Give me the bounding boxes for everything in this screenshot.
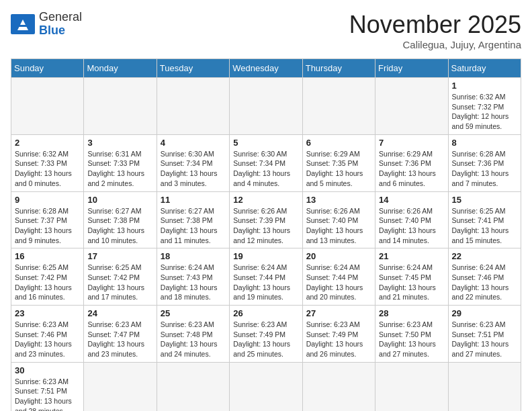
calendar-cell: 7Sunrise: 6:29 AMSunset: 7:36 PMDaylight…: [375, 134, 448, 191]
day-info: Sunrise: 6:25 AMSunset: 7:41 PMDaylight:…: [452, 206, 517, 246]
calendar-cell: [302, 362, 375, 411]
calendar-cell: 5Sunrise: 6:30 AMSunset: 7:34 PMDaylight…: [230, 134, 302, 191]
calendar-cell: 9Sunrise: 6:28 AMSunset: 7:37 PMDaylight…: [11, 191, 84, 248]
day-number: 9: [15, 195, 80, 205]
day-info: Sunrise: 6:24 AMSunset: 7:44 PMDaylight:…: [306, 263, 371, 302]
day-number: 29: [452, 308, 517, 318]
calendar-weekday-friday: Friday: [375, 59, 448, 78]
calendar-cell: 20Sunrise: 6:24 AMSunset: 7:44 PMDayligh…: [302, 248, 375, 306]
day-number: 15: [452, 195, 517, 205]
location-subtitle: Calilegua, Jujuy, Argentina: [349, 39, 521, 50]
calendar-cell: 8Sunrise: 6:28 AMSunset: 7:36 PMDaylight…: [448, 134, 521, 191]
day-number: 7: [379, 138, 444, 148]
calendar-cell: [302, 78, 375, 135]
day-info: Sunrise: 6:24 AMSunset: 7:43 PMDaylight:…: [161, 263, 226, 302]
day-info: Sunrise: 6:29 AMSunset: 7:36 PMDaylight:…: [379, 149, 444, 189]
calendar-cell: 19Sunrise: 6:24 AMSunset: 7:44 PMDayligh…: [230, 248, 302, 306]
day-number: 28: [379, 308, 444, 318]
day-number: 2: [15, 138, 80, 148]
day-number: 3: [87, 138, 152, 148]
day-info: Sunrise: 6:23 AMSunset: 7:51 PMDaylight:…: [452, 320, 517, 359]
calendar-cell: 26Sunrise: 6:23 AMSunset: 7:49 PMDayligh…: [230, 306, 302, 363]
calendar-cell: 23Sunrise: 6:23 AMSunset: 7:46 PMDayligh…: [11, 306, 84, 363]
calendar-cell: 30Sunrise: 6:23 AMSunset: 7:51 PMDayligh…: [11, 362, 84, 411]
day-number: 24: [87, 308, 152, 318]
day-info: Sunrise: 6:23 AMSunset: 7:50 PMDaylight:…: [379, 320, 444, 359]
calendar-cell: 16Sunrise: 6:25 AMSunset: 7:42 PMDayligh…: [11, 248, 84, 306]
calendar-cell: [84, 78, 157, 135]
day-info: Sunrise: 6:23 AMSunset: 7:49 PMDaylight:…: [306, 320, 371, 359]
calendar-cell: [11, 78, 84, 135]
day-info: Sunrise: 6:29 AMSunset: 7:35 PMDaylight:…: [306, 149, 371, 189]
day-number: 23: [15, 308, 80, 318]
day-number: 5: [233, 138, 298, 148]
day-info: Sunrise: 6:27 AMSunset: 7:38 PMDaylight:…: [161, 206, 226, 246]
calendar-cell: 18Sunrise: 6:24 AMSunset: 7:43 PMDayligh…: [157, 248, 229, 306]
calendar-cell: 21Sunrise: 6:24 AMSunset: 7:45 PMDayligh…: [375, 248, 448, 306]
day-number: 21: [379, 251, 444, 261]
calendar-cell: [84, 362, 157, 411]
calendar-weekday-thursday: Thursday: [302, 59, 375, 78]
day-number: 4: [161, 138, 226, 148]
day-number: 20: [306, 251, 371, 261]
day-number: 6: [306, 138, 371, 148]
calendar-cell: 10Sunrise: 6:27 AMSunset: 7:38 PMDayligh…: [84, 191, 157, 248]
day-info: Sunrise: 6:23 AMSunset: 7:47 PMDaylight:…: [87, 320, 152, 359]
day-number: 16: [15, 251, 80, 261]
logo-icon: [11, 14, 35, 34]
calendar-cell: [375, 78, 448, 135]
calendar-cell: [375, 362, 448, 411]
day-number: 25: [161, 308, 226, 318]
calendar-cell: 17Sunrise: 6:25 AMSunset: 7:42 PMDayligh…: [84, 248, 157, 306]
day-info: Sunrise: 6:25 AMSunset: 7:42 PMDaylight:…: [87, 263, 152, 302]
calendar-cell: 13Sunrise: 6:26 AMSunset: 7:40 PMDayligh…: [302, 191, 375, 248]
calendar-cell: 14Sunrise: 6:26 AMSunset: 7:40 PMDayligh…: [375, 191, 448, 248]
calendar-cell: 2Sunrise: 6:32 AMSunset: 7:33 PMDaylight…: [11, 134, 84, 191]
calendar-cell: 12Sunrise: 6:26 AMSunset: 7:39 PMDayligh…: [230, 191, 302, 248]
title-block: November 2025 Calilegua, Jujuy, Argentin…: [349, 11, 521, 50]
calendar-week-row: 16Sunrise: 6:25 AMSunset: 7:42 PMDayligh…: [11, 248, 521, 306]
day-info: Sunrise: 6:23 AMSunset: 7:48 PMDaylight:…: [161, 320, 226, 359]
page-header: General Blue November 2025 Calilegua, Ju…: [11, 11, 521, 50]
logo-text: General Blue: [39, 11, 82, 38]
calendar-weekday-saturday: Saturday: [448, 59, 521, 78]
day-info: Sunrise: 6:30 AMSunset: 7:34 PMDaylight:…: [233, 149, 298, 189]
calendar-header-row: SundayMondayTuesdayWednesdayThursdayFrid…: [11, 59, 521, 78]
calendar-cell: 3Sunrise: 6:31 AMSunset: 7:33 PMDaylight…: [84, 134, 157, 191]
day-info: Sunrise: 6:27 AMSunset: 7:38 PMDaylight:…: [87, 206, 152, 246]
calendar-week-row: 30Sunrise: 6:23 AMSunset: 7:51 PMDayligh…: [11, 362, 521, 411]
day-info: Sunrise: 6:26 AMSunset: 7:40 PMDaylight:…: [379, 206, 444, 246]
day-info: Sunrise: 6:24 AMSunset: 7:46 PMDaylight:…: [452, 263, 517, 302]
day-number: 19: [233, 251, 298, 261]
calendar-cell: [157, 78, 229, 135]
day-number: 8: [452, 138, 517, 148]
day-info: Sunrise: 6:24 AMSunset: 7:45 PMDaylight:…: [379, 263, 444, 302]
day-number: 11: [161, 195, 226, 205]
calendar-cell: 25Sunrise: 6:23 AMSunset: 7:48 PMDayligh…: [157, 306, 229, 363]
calendar-week-row: 23Sunrise: 6:23 AMSunset: 7:46 PMDayligh…: [11, 306, 521, 363]
calendar-cell: 4Sunrise: 6:30 AMSunset: 7:34 PMDaylight…: [157, 134, 229, 191]
day-info: Sunrise: 6:23 AMSunset: 7:49 PMDaylight:…: [233, 320, 298, 359]
day-number: 22: [452, 251, 517, 261]
day-info: Sunrise: 6:31 AMSunset: 7:33 PMDaylight:…: [87, 149, 152, 189]
day-info: Sunrise: 6:23 AMSunset: 7:51 PMDaylight:…: [15, 377, 80, 411]
calendar-weekday-sunday: Sunday: [11, 59, 84, 78]
day-info: Sunrise: 6:32 AMSunset: 7:32 PMDaylight:…: [452, 92, 517, 132]
day-number: 30: [15, 365, 80, 375]
calendar-table: SundayMondayTuesdayWednesdayThursdayFrid…: [11, 58, 521, 411]
calendar-week-row: 2Sunrise: 6:32 AMSunset: 7:33 PMDaylight…: [11, 134, 521, 191]
calendar-cell: 24Sunrise: 6:23 AMSunset: 7:47 PMDayligh…: [84, 306, 157, 363]
svg-rect-2: [19, 25, 27, 27]
day-info: Sunrise: 6:26 AMSunset: 7:40 PMDaylight:…: [306, 206, 371, 246]
calendar-cell: 11Sunrise: 6:27 AMSunset: 7:38 PMDayligh…: [157, 191, 229, 248]
day-number: 18: [161, 251, 226, 261]
day-info: Sunrise: 6:28 AMSunset: 7:36 PMDaylight:…: [452, 149, 517, 189]
day-number: 10: [87, 195, 152, 205]
day-info: Sunrise: 6:26 AMSunset: 7:39 PMDaylight:…: [233, 206, 298, 246]
calendar-week-row: 1Sunrise: 6:32 AMSunset: 7:32 PMDaylight…: [11, 78, 521, 135]
day-info: Sunrise: 6:30 AMSunset: 7:34 PMDaylight:…: [161, 149, 226, 189]
calendar-cell: [157, 362, 229, 411]
calendar-weekday-monday: Monday: [84, 59, 157, 78]
day-number: 27: [306, 308, 371, 318]
calendar-cell: 6Sunrise: 6:29 AMSunset: 7:35 PMDaylight…: [302, 134, 375, 191]
